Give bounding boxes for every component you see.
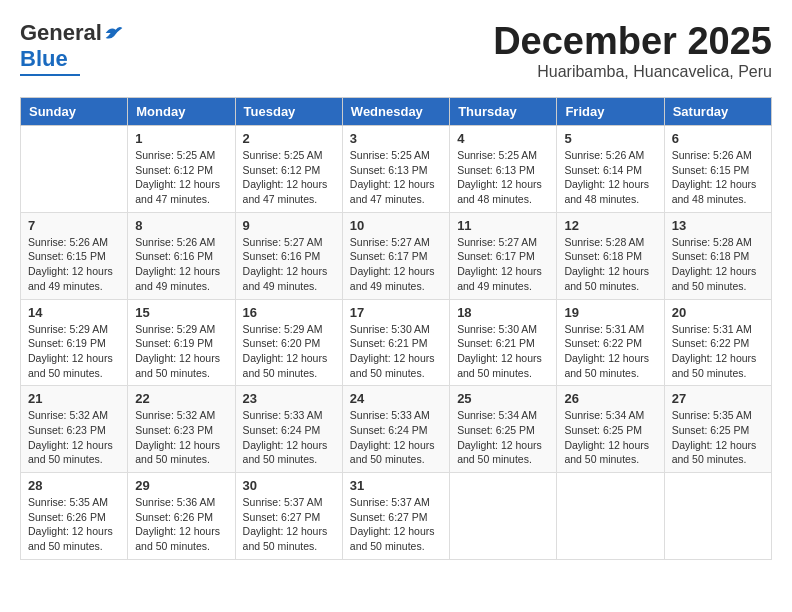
calendar-day-cell: 21Sunrise: 5:32 AM Sunset: 6:23 PM Dayli…	[21, 386, 128, 473]
day-info: Sunrise: 5:25 AM Sunset: 6:12 PM Dayligh…	[243, 148, 335, 207]
day-info: Sunrise: 5:28 AM Sunset: 6:18 PM Dayligh…	[564, 235, 656, 294]
day-number: 7	[28, 218, 120, 233]
page-header: General Blue December 2025 Huaribamba, H…	[20, 20, 772, 81]
day-info: Sunrise: 5:28 AM Sunset: 6:18 PM Dayligh…	[672, 235, 764, 294]
day-info: Sunrise: 5:31 AM Sunset: 6:22 PM Dayligh…	[564, 322, 656, 381]
day-number: 16	[243, 305, 335, 320]
calendar-day-cell: 29Sunrise: 5:36 AM Sunset: 6:26 PM Dayli…	[128, 473, 235, 560]
day-number: 14	[28, 305, 120, 320]
month-title: December 2025	[493, 20, 772, 63]
day-number: 17	[350, 305, 442, 320]
calendar-day-cell: 25Sunrise: 5:34 AM Sunset: 6:25 PM Dayli…	[450, 386, 557, 473]
day-info: Sunrise: 5:29 AM Sunset: 6:19 PM Dayligh…	[135, 322, 227, 381]
calendar-day-cell	[21, 126, 128, 213]
day-number: 30	[243, 478, 335, 493]
calendar-day-cell: 26Sunrise: 5:34 AM Sunset: 6:25 PM Dayli…	[557, 386, 664, 473]
day-number: 22	[135, 391, 227, 406]
day-info: Sunrise: 5:29 AM Sunset: 6:20 PM Dayligh…	[243, 322, 335, 381]
day-number: 11	[457, 218, 549, 233]
day-info: Sunrise: 5:25 AM Sunset: 6:13 PM Dayligh…	[350, 148, 442, 207]
day-number: 19	[564, 305, 656, 320]
calendar-day-cell: 16Sunrise: 5:29 AM Sunset: 6:20 PM Dayli…	[235, 299, 342, 386]
calendar-day-cell: 4Sunrise: 5:25 AM Sunset: 6:13 PM Daylig…	[450, 126, 557, 213]
calendar-day-cell: 31Sunrise: 5:37 AM Sunset: 6:27 PM Dayli…	[342, 473, 449, 560]
day-number: 18	[457, 305, 549, 320]
day-number: 24	[350, 391, 442, 406]
day-number: 2	[243, 131, 335, 146]
day-info: Sunrise: 5:25 AM Sunset: 6:13 PM Dayligh…	[457, 148, 549, 207]
calendar-day-cell	[664, 473, 771, 560]
day-number: 1	[135, 131, 227, 146]
calendar-day-cell: 3Sunrise: 5:25 AM Sunset: 6:13 PM Daylig…	[342, 126, 449, 213]
day-number: 9	[243, 218, 335, 233]
day-info: Sunrise: 5:27 AM Sunset: 6:17 PM Dayligh…	[350, 235, 442, 294]
day-number: 12	[564, 218, 656, 233]
day-info: Sunrise: 5:27 AM Sunset: 6:17 PM Dayligh…	[457, 235, 549, 294]
day-number: 10	[350, 218, 442, 233]
calendar-day-header: Friday	[557, 98, 664, 126]
day-info: Sunrise: 5:30 AM Sunset: 6:21 PM Dayligh…	[350, 322, 442, 381]
calendar-day-cell: 24Sunrise: 5:33 AM Sunset: 6:24 PM Dayli…	[342, 386, 449, 473]
day-number: 8	[135, 218, 227, 233]
calendar-day-cell: 8Sunrise: 5:26 AM Sunset: 6:16 PM Daylig…	[128, 212, 235, 299]
day-number: 25	[457, 391, 549, 406]
calendar-table: SundayMondayTuesdayWednesdayThursdayFrid…	[20, 97, 772, 560]
calendar-day-header: Thursday	[450, 98, 557, 126]
calendar-day-cell	[450, 473, 557, 560]
logo-blue: Blue	[20, 46, 68, 72]
day-info: Sunrise: 5:34 AM Sunset: 6:25 PM Dayligh…	[457, 408, 549, 467]
calendar-day-cell: 2Sunrise: 5:25 AM Sunset: 6:12 PM Daylig…	[235, 126, 342, 213]
calendar-day-cell: 30Sunrise: 5:37 AM Sunset: 6:27 PM Dayli…	[235, 473, 342, 560]
day-info: Sunrise: 5:36 AM Sunset: 6:26 PM Dayligh…	[135, 495, 227, 554]
calendar-day-cell: 5Sunrise: 5:26 AM Sunset: 6:14 PM Daylig…	[557, 126, 664, 213]
day-number: 31	[350, 478, 442, 493]
calendar-day-cell: 20Sunrise: 5:31 AM Sunset: 6:22 PM Dayli…	[664, 299, 771, 386]
day-number: 15	[135, 305, 227, 320]
calendar-day-cell: 13Sunrise: 5:28 AM Sunset: 6:18 PM Dayli…	[664, 212, 771, 299]
calendar-day-header: Tuesday	[235, 98, 342, 126]
day-number: 26	[564, 391, 656, 406]
calendar-week-row: 28Sunrise: 5:35 AM Sunset: 6:26 PM Dayli…	[21, 473, 772, 560]
calendar-day-header: Sunday	[21, 98, 128, 126]
calendar-week-row: 14Sunrise: 5:29 AM Sunset: 6:19 PM Dayli…	[21, 299, 772, 386]
day-number: 29	[135, 478, 227, 493]
day-info: Sunrise: 5:31 AM Sunset: 6:22 PM Dayligh…	[672, 322, 764, 381]
calendar-day-header: Saturday	[664, 98, 771, 126]
day-number: 28	[28, 478, 120, 493]
calendar-day-cell: 11Sunrise: 5:27 AM Sunset: 6:17 PM Dayli…	[450, 212, 557, 299]
day-info: Sunrise: 5:26 AM Sunset: 6:15 PM Dayligh…	[672, 148, 764, 207]
calendar-day-cell: 27Sunrise: 5:35 AM Sunset: 6:25 PM Dayli…	[664, 386, 771, 473]
logo-general: General	[20, 20, 102, 46]
day-number: 20	[672, 305, 764, 320]
calendar-day-cell: 10Sunrise: 5:27 AM Sunset: 6:17 PM Dayli…	[342, 212, 449, 299]
calendar-day-cell: 22Sunrise: 5:32 AM Sunset: 6:23 PM Dayli…	[128, 386, 235, 473]
calendar-week-row: 7Sunrise: 5:26 AM Sunset: 6:15 PM Daylig…	[21, 212, 772, 299]
calendar-day-cell: 7Sunrise: 5:26 AM Sunset: 6:15 PM Daylig…	[21, 212, 128, 299]
day-info: Sunrise: 5:26 AM Sunset: 6:14 PM Dayligh…	[564, 148, 656, 207]
calendar-day-cell: 19Sunrise: 5:31 AM Sunset: 6:22 PM Dayli…	[557, 299, 664, 386]
day-number: 3	[350, 131, 442, 146]
calendar-week-row: 1Sunrise: 5:25 AM Sunset: 6:12 PM Daylig…	[21, 126, 772, 213]
day-info: Sunrise: 5:35 AM Sunset: 6:25 PM Dayligh…	[672, 408, 764, 467]
day-number: 4	[457, 131, 549, 146]
calendar-day-cell	[557, 473, 664, 560]
day-number: 23	[243, 391, 335, 406]
day-info: Sunrise: 5:32 AM Sunset: 6:23 PM Dayligh…	[135, 408, 227, 467]
day-info: Sunrise: 5:34 AM Sunset: 6:25 PM Dayligh…	[564, 408, 656, 467]
calendar-day-cell: 15Sunrise: 5:29 AM Sunset: 6:19 PM Dayli…	[128, 299, 235, 386]
day-info: Sunrise: 5:26 AM Sunset: 6:15 PM Dayligh…	[28, 235, 120, 294]
calendar-day-cell: 28Sunrise: 5:35 AM Sunset: 6:26 PM Dayli…	[21, 473, 128, 560]
day-number: 6	[672, 131, 764, 146]
logo-bird-icon	[104, 24, 124, 42]
day-info: Sunrise: 5:35 AM Sunset: 6:26 PM Dayligh…	[28, 495, 120, 554]
day-info: Sunrise: 5:25 AM Sunset: 6:12 PM Dayligh…	[135, 148, 227, 207]
calendar-day-cell: 23Sunrise: 5:33 AM Sunset: 6:24 PM Dayli…	[235, 386, 342, 473]
day-info: Sunrise: 5:37 AM Sunset: 6:27 PM Dayligh…	[350, 495, 442, 554]
day-number: 5	[564, 131, 656, 146]
day-info: Sunrise: 5:29 AM Sunset: 6:19 PM Dayligh…	[28, 322, 120, 381]
logo-underline	[20, 74, 80, 76]
day-info: Sunrise: 5:27 AM Sunset: 6:16 PM Dayligh…	[243, 235, 335, 294]
calendar-day-cell: 9Sunrise: 5:27 AM Sunset: 6:16 PM Daylig…	[235, 212, 342, 299]
logo: General Blue	[20, 20, 124, 76]
day-info: Sunrise: 5:33 AM Sunset: 6:24 PM Dayligh…	[243, 408, 335, 467]
